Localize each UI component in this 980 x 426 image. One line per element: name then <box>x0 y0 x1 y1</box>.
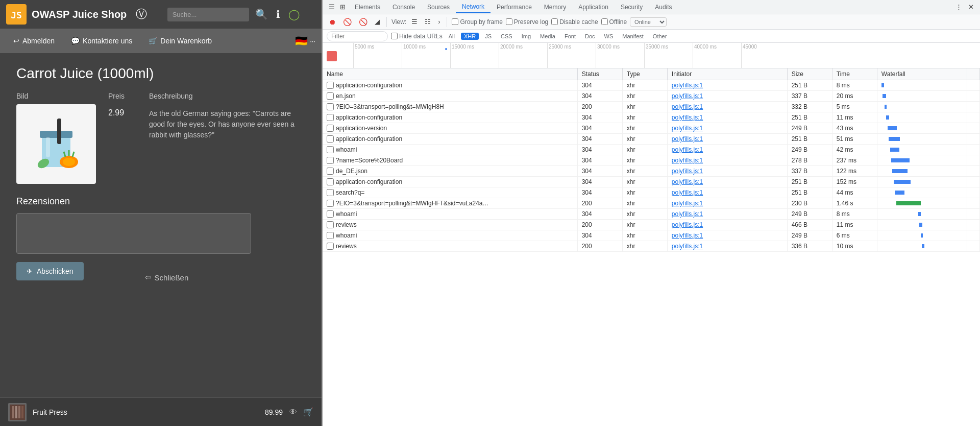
logout-nav-item[interactable]: ↩ Abmelden <box>6 33 62 49</box>
col-header-waterfall[interactable]: Waterfall <box>877 68 967 80</box>
record-button[interactable]: ⏺ <box>327 17 338 27</box>
row-select-checkbox[interactable] <box>327 82 334 89</box>
eye-icon[interactable]: 👁 <box>289 408 297 417</box>
initiator-link[interactable]: polyfills.js:1 <box>672 114 703 121</box>
row-select-checkbox[interactable] <box>327 189 334 196</box>
hide-data-urls[interactable]: Hide data URLs <box>391 33 443 40</box>
throttle-select[interactable]: Online Fast 3G Slow 3G <box>630 17 667 27</box>
tab-console[interactable]: Console <box>386 2 421 13</box>
row-select-checkbox[interactable] <box>327 210 334 218</box>
table-row[interactable]: application-configuration 304 xhr polyfi… <box>323 177 980 187</box>
table-row[interactable]: ?name=Score%20Board 304 xhr polyfills.js… <box>323 155 980 166</box>
devtools-move-button[interactable]: ⊞ <box>338 2 348 12</box>
row-select-checkbox[interactable] <box>327 221 334 228</box>
row-select-checkbox[interactable] <box>327 168 334 175</box>
tab-network[interactable]: Network <box>456 1 491 13</box>
table-row[interactable]: whoami 304 xhr polyfills.js:1 249 B 42 m… <box>323 145 980 155</box>
row-select-checkbox[interactable] <box>327 135 334 143</box>
group-by-frame-input[interactable] <box>452 18 458 25</box>
tab-memory[interactable]: Memory <box>538 2 572 13</box>
col-header-time[interactable]: Time <box>832 68 877 80</box>
filter-manifest[interactable]: Manifest <box>619 33 647 40</box>
tab-elements[interactable]: Elements <box>349 2 386 13</box>
cart-icon[interactable]: 🛒 <box>303 407 313 417</box>
table-row[interactable]: search?q= 304 xhr polyfills.js:1 251 B 4… <box>323 187 980 198</box>
table-row[interactable]: ?EIO=3&transport=polling&t=MWIgH8H 200 x… <box>323 102 980 112</box>
table-row[interactable]: en.json 304 xhr polyfills.js:1 337 B 20 … <box>323 91 980 102</box>
col-header-name[interactable]: Name <box>323 68 577 80</box>
filter-all[interactable]: All <box>446 33 458 40</box>
table-row[interactable]: de_DE.json 304 xhr polyfills.js:1 337 B … <box>323 166 980 177</box>
filter-ws[interactable]: WS <box>601 33 617 40</box>
filter-img[interactable]: Img <box>519 33 534 40</box>
initiator-link[interactable]: polyfills.js:1 <box>672 103 703 110</box>
disable-cache-checkbox[interactable]: Disable cache <box>551 18 598 26</box>
row-select-checkbox[interactable] <box>327 125 334 132</box>
row-select-checkbox[interactable] <box>327 92 334 100</box>
contact-nav-item[interactable]: 💬 Kontaktiere uns <box>64 33 139 49</box>
preserve-log-input[interactable] <box>506 18 512 25</box>
row-select-checkbox[interactable] <box>327 243 334 250</box>
initiator-link[interactable]: polyfills.js:1 <box>672 178 703 185</box>
row-select-checkbox[interactable] <box>327 200 334 207</box>
table-row[interactable]: ?EIO=3&transport=polling&t=MWIgHFT&sid=v… <box>323 198 980 209</box>
filter-font[interactable]: Font <box>561 33 579 40</box>
col-header-initiator[interactable]: Initiator <box>667 68 787 80</box>
initiator-link[interactable]: polyfills.js:1 <box>672 189 703 196</box>
cart-nav-item[interactable]: 🛒 Dein Warenkorb <box>141 33 219 49</box>
filter-other[interactable]: Other <box>650 33 670 40</box>
filter-button[interactable]: ◢ <box>373 17 382 27</box>
row-select-checkbox[interactable] <box>327 146 334 153</box>
col-header-size[interactable]: Size <box>787 68 832 80</box>
row-select-checkbox[interactable] <box>327 103 334 110</box>
filter-input[interactable] <box>327 31 388 41</box>
tab-performance[interactable]: Performance <box>491 2 538 13</box>
initiator-link[interactable]: polyfills.js:1 <box>672 168 703 175</box>
devtools-more-button[interactable]: ⋮ <box>953 2 964 12</box>
table-row[interactable]: application-configuration 304 xhr polyfi… <box>323 134 980 145</box>
filter-js[interactable]: JS <box>482 33 495 40</box>
row-select-checkbox[interactable] <box>327 114 334 121</box>
initiator-link[interactable]: polyfills.js:1 <box>672 146 703 153</box>
initiator-link[interactable]: polyfills.js:1 <box>672 92 703 100</box>
search-input[interactable] <box>167 8 249 21</box>
disable-cache-input[interactable] <box>551 18 558 25</box>
initiator-link[interactable]: polyfills.js:1 <box>672 221 703 228</box>
search-button[interactable]: 🔍 <box>253 6 270 22</box>
hide-data-urls-input[interactable] <box>391 33 398 39</box>
table-row[interactable]: application-version 304 xhr polyfills.js… <box>323 123 980 134</box>
initiator-link[interactable]: polyfills.js:1 <box>672 243 703 250</box>
offline-input[interactable] <box>601 18 608 25</box>
view-list-button[interactable]: ☰ <box>409 17 420 27</box>
row-select-checkbox[interactable] <box>327 157 334 164</box>
filter-media[interactable]: Media <box>537 33 558 40</box>
tab-audits[interactable]: Audits <box>649 2 678 13</box>
initiator-link[interactable]: polyfills.js:1 <box>672 200 703 207</box>
devtools-close-button[interactable]: ✕ <box>966 2 976 12</box>
stop-button[interactable]: 🚫 <box>341 17 354 27</box>
row-select-checkbox[interactable] <box>327 232 334 239</box>
close-button[interactable]: ⇦ Schließen <box>145 273 189 282</box>
submit-button[interactable]: ✈ Abschicken <box>16 262 84 280</box>
clear-button[interactable]: 🚫 <box>357 17 370 27</box>
initiator-link[interactable]: polyfills.js:1 <box>672 210 703 218</box>
devtools-menu-button[interactable]: ☰ <box>327 2 337 12</box>
info-button[interactable]: ℹ <box>274 6 282 22</box>
col-header-status[interactable]: Status <box>577 68 622 80</box>
filter-xhr[interactable]: XHR <box>461 33 479 40</box>
tab-sources[interactable]: Sources <box>421 2 456 13</box>
tab-security[interactable]: Security <box>615 2 649 13</box>
table-row[interactable]: application-configuration 304 xhr polyfi… <box>323 80 980 91</box>
view-grid-button[interactable]: ☷ <box>423 17 433 27</box>
github-button[interactable]: ◯ <box>286 6 302 22</box>
more-options[interactable]: ··· <box>310 37 315 45</box>
row-select-checkbox[interactable] <box>327 178 334 185</box>
table-row[interactable]: whoami 304 xhr polyfills.js:1 249 B 6 ms <box>323 230 980 241</box>
tab-application[interactable]: Application <box>572 2 615 13</box>
table-row[interactable]: reviews 200 xhr polyfills.js:1 336 B 10 … <box>323 241 980 252</box>
group-by-frame-checkbox[interactable]: Group by frame <box>452 18 502 26</box>
filter-css[interactable]: CSS <box>498 33 516 40</box>
initiator-link[interactable]: polyfills.js:1 <box>672 125 703 132</box>
offline-checkbox[interactable]: Offline <box>601 18 627 26</box>
table-row[interactable]: reviews 200 xhr polyfills.js:1 466 B 11 … <box>323 220 980 230</box>
